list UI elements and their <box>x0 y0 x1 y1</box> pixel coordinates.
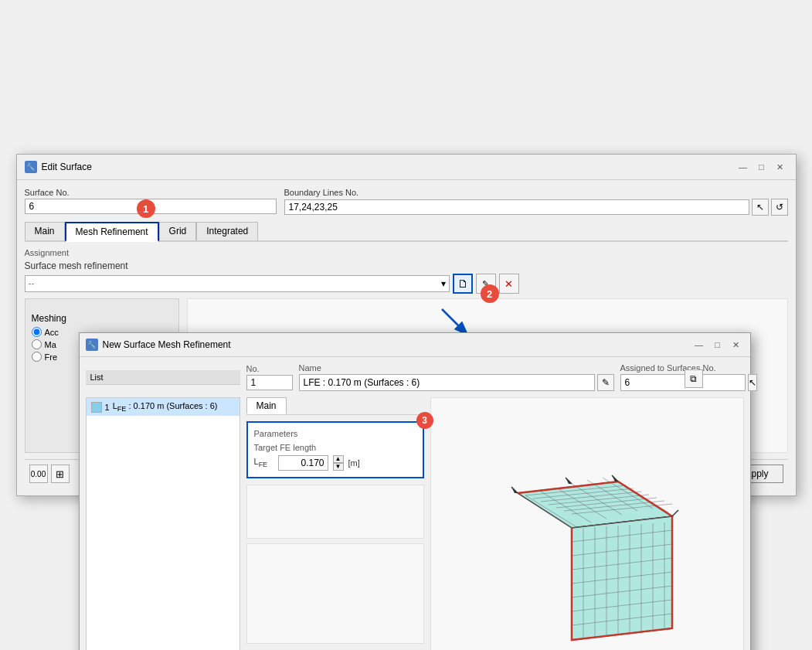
radio-ma-label: Ma <box>45 340 56 349</box>
assigned-label: Assigned to Surfaces No. <box>620 363 744 373</box>
add-surface-icon: 🗋 <box>457 277 468 290</box>
inner-close-btn[interactable]: ✕ <box>729 337 744 352</box>
svg-marker-40 <box>511 487 518 493</box>
outer-tabs: Main Mesh Refinement Grid Integrated <box>25 222 788 242</box>
no-input[interactable] <box>246 375 293 390</box>
lfe-spinner[interactable]: ▲ ▼ <box>333 455 344 471</box>
inner-minimize-icon: — <box>695 340 703 349</box>
svg-marker-19 <box>572 516 672 640</box>
name-edit-btn[interactable]: ✎ <box>597 374 614 391</box>
radio-fre[interactable] <box>32 352 42 362</box>
viz-copy-btn[interactable]: ⧉ <box>685 369 703 388</box>
inner-minimize-btn[interactable]: — <box>691 337 707 352</box>
outer-titlebar: 🔧 Edit Surface — □ ✕ <box>17 155 796 180</box>
name-label: Name <box>299 363 614 373</box>
step-badge-3: 3 <box>416 412 433 429</box>
list-item-number: 1 <box>105 403 110 412</box>
chevron-down-icon: ▾ <box>441 278 446 289</box>
minimize-icon: — <box>739 162 747 172</box>
lfe-unit: [m] <box>348 458 360 468</box>
delete-icon: ✕ <box>505 278 513 290</box>
radio-acc[interactable] <box>32 327 42 337</box>
target-fe-label: Target FE length <box>254 443 416 452</box>
assigned-input[interactable] <box>620 374 746 391</box>
tab-mesh-refinement[interactable]: Mesh Refinement <box>65 222 159 242</box>
step-badge-1: 1 <box>137 199 155 218</box>
assigned-select-btn[interactable]: ↖ <box>748 374 757 391</box>
inner-close-icon: ✕ <box>732 340 739 350</box>
tab-main[interactable]: Main <box>25 222 65 240</box>
meshing-label: Meshing <box>32 313 172 324</box>
inner-titlebar: 🔧 New Surface Mesh Refinement — □ ✕ <box>80 333 750 357</box>
inner-maximize-btn[interactable]: □ <box>710 337 725 352</box>
radio-fre-label: Fre <box>45 352 58 362</box>
viz-copy-icon: ⧉ <box>690 373 697 384</box>
list-item-icon <box>91 402 102 413</box>
mesh-visualization: ⧉ <box>430 397 744 650</box>
inner-app-icon: 🔧 <box>86 339 98 351</box>
assignment-value: -- <box>29 278 35 289</box>
assignment-select[interactable]: -- ▾ <box>25 275 450 292</box>
grid-icon: 0.00 <box>31 470 46 478</box>
surface-mesh-label: Surface mesh refinement <box>25 260 788 271</box>
mesh-icon: ⊞ <box>56 468 64 480</box>
maximize-icon: □ <box>759 162 764 172</box>
parameters-box: 3 Parameters Target FE length LFE ▲ ▼ [m… <box>246 421 424 478</box>
tab-integrated[interactable]: Integrated <box>196 222 258 240</box>
outer-maximize-btn[interactable]: □ <box>754 159 770 175</box>
no-label: No. <box>246 364 293 373</box>
edit-pen-icon: ✎ <box>602 377 610 388</box>
surface-no-label: Surface No. <box>25 188 277 197</box>
list-item[interactable]: 1 LFE : 0.170 m (Surfaces : 6) <box>87 398 240 416</box>
svg-line-39 <box>672 510 678 516</box>
svg-marker-41 <box>566 478 572 484</box>
refresh-icon: ↺ <box>776 202 783 213</box>
outer-dialog-title: Edit Surface <box>42 162 92 172</box>
boundary-lines-label: Boundary Lines No. <box>284 188 788 197</box>
refinement-list: 1 LFE : 0.170 m (Surfaces : 6) <box>86 397 240 650</box>
boundary-lines-input[interactable] <box>284 199 749 215</box>
mesh-svg <box>479 470 695 651</box>
inner-dialog: 🔧 New Surface Mesh Refinement — □ ✕ <box>79 332 751 650</box>
delete-mesh-btn[interactable]: ✕ <box>499 274 519 294</box>
right-surface <box>572 516 672 640</box>
svg-marker-42 <box>612 475 618 482</box>
list-column-header: List <box>86 370 240 385</box>
inner-maximize-icon: □ <box>715 340 720 349</box>
boundary-refresh-btn[interactable]: ↺ <box>771 199 788 216</box>
outer-minimize-btn[interactable]: — <box>736 159 751 175</box>
assignment-section-label: Assignment <box>25 248 788 257</box>
radio-ma[interactable] <box>32 339 42 349</box>
tab-grid[interactable]: Grid <box>159 222 197 240</box>
inner-tab-main[interactable]: Main <box>246 397 287 414</box>
lfe-up-btn[interactable]: ▲ <box>333 455 344 463</box>
lfe-input[interactable] <box>278 455 328 471</box>
lfe-label: LFE <box>254 457 273 468</box>
parameters-section-label: Parameters <box>254 429 416 438</box>
step-badge-2: 2 <box>481 284 499 303</box>
close-icon: ✕ <box>776 162 783 172</box>
parameters-panel: Main 3 Parameters Target FE length LFE <box>246 397 424 650</box>
boundary-select-btn[interactable]: ↖ <box>752 199 769 216</box>
bottom-tool-2[interactable]: ⊞ <box>51 465 70 483</box>
radio-acc-label: Acc <box>45 328 59 337</box>
cursor-icon: ↖ <box>756 202 764 213</box>
assigned-cursor-icon: ↖ <box>749 377 756 388</box>
inner-dialog-title: New Surface Mesh Refinement <box>103 339 231 350</box>
name-input[interactable] <box>299 374 595 391</box>
bottom-tool-1[interactable]: 0.00 <box>29 465 48 483</box>
app-icon: 🔧 <box>25 161 37 173</box>
lfe-down-btn[interactable]: ▼ <box>333 463 344 471</box>
outer-close-btn[interactable]: ✕ <box>773 159 788 175</box>
list-item-text: LFE : 0.170 m (Surfaces : 6) <box>113 401 218 413</box>
new-mesh-btn[interactable]: 🗋 <box>453 274 473 294</box>
